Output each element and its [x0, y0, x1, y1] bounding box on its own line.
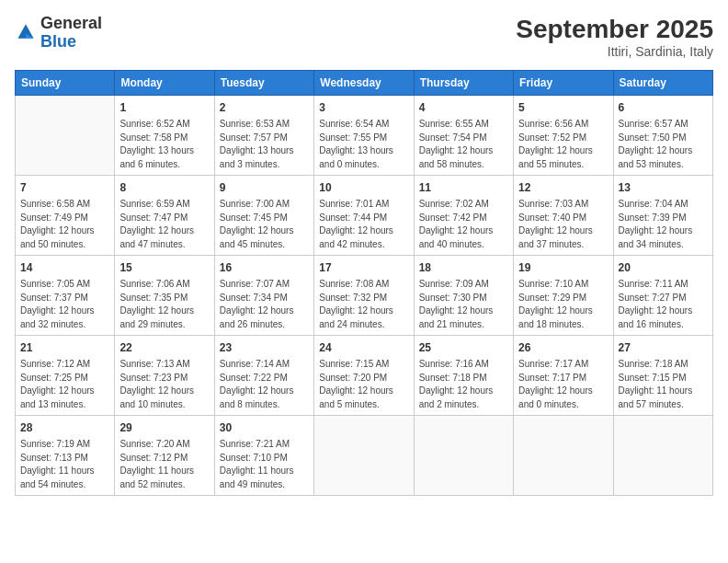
day-number: 18 — [419, 259, 508, 276]
calendar-day-cell: 25Sunrise: 7:16 AM Sunset: 7:18 PM Dayli… — [414, 336, 513, 416]
day-info: Sunrise: 7:10 AM Sunset: 7:29 PM Dayligh… — [518, 278, 608, 331]
day-info: Sunrise: 6:55 AM Sunset: 7:54 PM Dayligh… — [419, 118, 508, 171]
day-number: 6 — [619, 99, 708, 116]
day-info: Sunrise: 6:53 AM Sunset: 7:57 PM Dayligh… — [220, 118, 309, 171]
day-info: Sunrise: 7:02 AM Sunset: 7:42 PM Dayligh… — [419, 198, 508, 251]
calendar-day-cell: 6Sunrise: 6:57 AM Sunset: 7:50 PM Daylig… — [613, 96, 712, 176]
day-info: Sunrise: 6:54 AM Sunset: 7:55 PM Dayligh… — [319, 118, 408, 171]
calendar-day-cell: 7Sunrise: 6:58 AM Sunset: 7:49 PM Daylig… — [16, 176, 115, 256]
day-info: Sunrise: 7:20 AM Sunset: 7:12 PM Dayligh… — [119, 438, 209, 491]
title-block: September 2025 Ittiri, Sardinia, Italy — [516, 15, 713, 59]
location-subtitle: Ittiri, Sardinia, Italy — [516, 44, 713, 59]
day-number: 9 — [220, 179, 309, 196]
calendar-day-cell: 22Sunrise: 7:13 AM Sunset: 7:23 PM Dayli… — [115, 336, 214, 416]
calendar-day-cell — [414, 416, 513, 496]
day-number: 13 — [619, 179, 708, 196]
day-number: 8 — [119, 179, 209, 196]
day-info: Sunrise: 6:57 AM Sunset: 7:50 PM Dayligh… — [619, 118, 708, 171]
day-info: Sunrise: 6:58 AM Sunset: 7:49 PM Dayligh… — [20, 198, 109, 251]
day-number: 28 — [20, 419, 109, 436]
calendar-day-cell: 23Sunrise: 7:14 AM Sunset: 7:22 PM Dayli… — [214, 336, 313, 416]
day-info: Sunrise: 7:18 AM Sunset: 7:15 PM Dayligh… — [619, 358, 708, 411]
calendar-day-header: Thursday — [414, 71, 513, 96]
day-info: Sunrise: 7:16 AM Sunset: 7:18 PM Dayligh… — [419, 358, 508, 411]
day-number: 2 — [220, 99, 309, 116]
calendar-day-header: Wednesday — [314, 71, 414, 96]
day-info: Sunrise: 6:52 AM Sunset: 7:58 PM Dayligh… — [119, 118, 209, 171]
calendar-day-cell: 29Sunrise: 7:20 AM Sunset: 7:12 PM Dayli… — [115, 416, 214, 496]
calendar-week-row: 28Sunrise: 7:19 AM Sunset: 7:13 PM Dayli… — [16, 416, 713, 496]
day-number: 11 — [419, 179, 508, 196]
calendar-day-cell — [613, 416, 712, 496]
calendar-day-cell: 30Sunrise: 7:21 AM Sunset: 7:10 PM Dayli… — [214, 416, 313, 496]
day-info: Sunrise: 7:21 AM Sunset: 7:10 PM Dayligh… — [220, 438, 309, 491]
calendar-day-cell: 20Sunrise: 7:11 AM Sunset: 7:27 PM Dayli… — [613, 256, 712, 336]
calendar-week-row: 21Sunrise: 7:12 AM Sunset: 7:25 PM Dayli… — [16, 336, 713, 416]
calendar-table: SundayMondayTuesdayWednesdayThursdayFrid… — [15, 70, 713, 496]
day-info: Sunrise: 7:07 AM Sunset: 7:34 PM Dayligh… — [220, 278, 309, 331]
calendar-week-row: 7Sunrise: 6:58 AM Sunset: 7:49 PM Daylig… — [16, 176, 713, 256]
day-info: Sunrise: 7:00 AM Sunset: 7:45 PM Dayligh… — [220, 198, 309, 251]
day-number: 24 — [319, 339, 408, 356]
day-info: Sunrise: 6:59 AM Sunset: 7:47 PM Dayligh… — [119, 198, 209, 251]
calendar-day-cell — [16, 96, 115, 176]
page-header: General Blue September 2025 Ittiri, Sard… — [15, 15, 713, 59]
day-number: 5 — [518, 99, 608, 116]
day-number: 22 — [119, 339, 209, 356]
day-number: 10 — [319, 179, 408, 196]
calendar-day-cell: 14Sunrise: 7:05 AM Sunset: 7:37 PM Dayli… — [16, 256, 115, 336]
day-number: 16 — [220, 259, 309, 276]
day-info: Sunrise: 7:19 AM Sunset: 7:13 PM Dayligh… — [20, 438, 109, 491]
calendar-day-cell: 13Sunrise: 7:04 AM Sunset: 7:39 PM Dayli… — [613, 176, 712, 256]
day-info: Sunrise: 7:04 AM Sunset: 7:39 PM Dayligh… — [619, 198, 708, 251]
day-number: 19 — [518, 259, 608, 276]
calendar-day-cell: 21Sunrise: 7:12 AM Sunset: 7:25 PM Dayli… — [16, 336, 115, 416]
calendar-day-header: Monday — [115, 71, 214, 96]
calendar-day-cell: 27Sunrise: 7:18 AM Sunset: 7:15 PM Dayli… — [613, 336, 712, 416]
day-number: 14 — [20, 259, 109, 276]
calendar-day-cell: 24Sunrise: 7:15 AM Sunset: 7:20 PM Dayli… — [314, 336, 414, 416]
calendar-week-row: 14Sunrise: 7:05 AM Sunset: 7:37 PM Dayli… — [16, 256, 713, 336]
calendar-day-cell: 16Sunrise: 7:07 AM Sunset: 7:34 PM Dayli… — [214, 256, 313, 336]
calendar-day-cell: 11Sunrise: 7:02 AM Sunset: 7:42 PM Dayli… — [414, 176, 513, 256]
calendar-header-row: SundayMondayTuesdayWednesdayThursdayFrid… — [16, 71, 713, 96]
day-number: 25 — [419, 339, 508, 356]
calendar-day-cell: 26Sunrise: 7:17 AM Sunset: 7:17 PM Dayli… — [514, 336, 613, 416]
month-title: September 2025 — [516, 15, 713, 44]
day-info: Sunrise: 7:08 AM Sunset: 7:32 PM Dayligh… — [319, 278, 408, 331]
day-number: 21 — [20, 339, 109, 356]
calendar-day-cell — [314, 416, 414, 496]
calendar-day-cell: 3Sunrise: 6:54 AM Sunset: 7:55 PM Daylig… — [314, 96, 414, 176]
calendar-day-cell: 18Sunrise: 7:09 AM Sunset: 7:30 PM Dayli… — [414, 256, 513, 336]
calendar-day-cell: 4Sunrise: 6:55 AM Sunset: 7:54 PM Daylig… — [414, 96, 513, 176]
calendar-day-cell: 2Sunrise: 6:53 AM Sunset: 7:57 PM Daylig… — [214, 96, 313, 176]
calendar-day-cell: 1Sunrise: 6:52 AM Sunset: 7:58 PM Daylig… — [115, 96, 214, 176]
calendar-day-header: Friday — [514, 71, 613, 96]
day-number: 15 — [119, 259, 209, 276]
day-number: 20 — [619, 259, 708, 276]
day-number: 4 — [419, 99, 508, 116]
logo-text: General Blue — [40, 15, 102, 52]
day-info: Sunrise: 7:01 AM Sunset: 7:44 PM Dayligh… — [319, 198, 408, 251]
day-info: Sunrise: 7:05 AM Sunset: 7:37 PM Dayligh… — [20, 278, 109, 331]
calendar-day-cell: 17Sunrise: 7:08 AM Sunset: 7:32 PM Dayli… — [314, 256, 414, 336]
day-info: Sunrise: 7:15 AM Sunset: 7:20 PM Dayligh… — [319, 358, 408, 411]
day-info: Sunrise: 6:56 AM Sunset: 7:52 PM Dayligh… — [518, 118, 608, 171]
day-number: 26 — [518, 339, 608, 356]
day-number: 30 — [220, 419, 309, 436]
day-info: Sunrise: 7:17 AM Sunset: 7:17 PM Dayligh… — [518, 358, 608, 411]
logo-icon — [15, 22, 37, 40]
calendar-day-cell: 12Sunrise: 7:03 AM Sunset: 7:40 PM Dayli… — [514, 176, 613, 256]
calendar-day-header: Sunday — [16, 71, 115, 96]
day-number: 29 — [119, 419, 209, 436]
day-info: Sunrise: 7:12 AM Sunset: 7:25 PM Dayligh… — [20, 358, 109, 411]
calendar-week-row: 1Sunrise: 6:52 AM Sunset: 7:58 PM Daylig… — [16, 96, 713, 176]
calendar-day-header: Tuesday — [214, 71, 313, 96]
calendar-day-header: Saturday — [613, 71, 712, 96]
day-info: Sunrise: 7:03 AM Sunset: 7:40 PM Dayligh… — [518, 198, 608, 251]
day-number: 12 — [518, 179, 608, 196]
day-number: 17 — [319, 259, 408, 276]
calendar-day-cell: 8Sunrise: 6:59 AM Sunset: 7:47 PM Daylig… — [115, 176, 214, 256]
calendar-day-cell — [514, 416, 613, 496]
day-number: 7 — [20, 179, 109, 196]
